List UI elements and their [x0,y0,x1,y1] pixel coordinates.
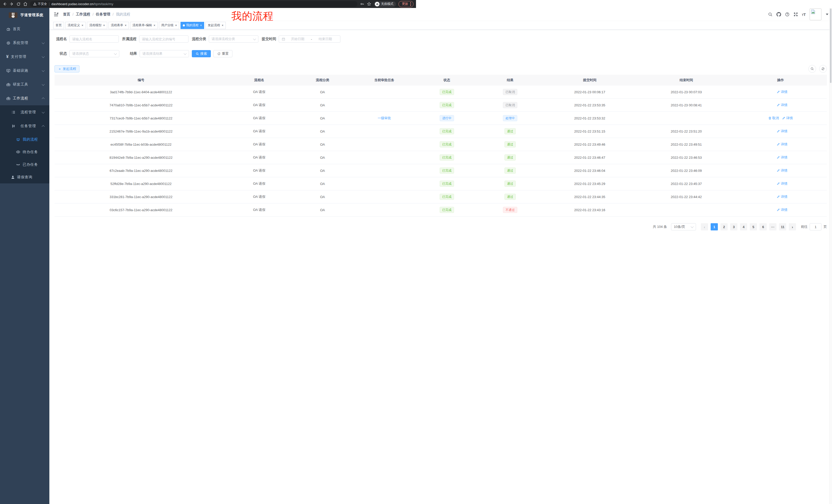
sidebar-item-system[interactable]: 系统管理 [0,36,49,50]
current-task-link[interactable]: 一级审批 [378,116,391,120]
filter-row-2: 状态 请选择状态 结果 请选择流结果 搜索 重置 [54,50,416,57]
process-id: 67c2eaab-7b9a-11ec-a290-acde48001122 [54,164,228,177]
sidebar-menu: 首页 系统管理 ¥ 支付管理 基础设施 研发工具 [0,22,49,184]
security-chip[interactable]: 不安全 [33,2,47,6]
app-logo: 芋道管理系统 [0,8,49,22]
bookmark-star-icon[interactable] [367,2,371,6]
incognito-badge: 无痕模式 [374,1,396,7]
table-row: 331bc281-7b9a-11ec-a290-acde48001122 OA … [54,190,416,203]
process-name-input[interactable] [70,35,119,43]
process-table: 编号 流程名 流程分类 当前审批任务 状态 结果 提交时间 结束时间 操作 3a… [54,75,416,217]
breadcrumb: 首页 / 工作流程 / 任务管理 / 我的流程 [63,12,130,17]
sidebar-item-process-management[interactable]: 流程管理 [0,105,49,119]
column-header: 流程分类 [291,75,354,86]
home-icon[interactable] [23,2,27,6]
search-button[interactable]: 搜索 [192,50,211,57]
tab-process-definition[interactable]: 流程定义× [65,22,86,29]
filter-row-1: 流程名 所属流程 流程分类 请选择流程分类 提交时间 开始日期 - [54,35,416,43]
security-label: 不安全 [38,2,47,6]
sidebar-item-workflow[interactable]: 工作流程 [0,91,49,105]
workflow-submenu: 流程管理 任务管理 我的流程 待办任务 已办 [0,105,49,184]
end-date-placeholder: 结束日期 [313,37,338,41]
sidebar-item-leave-query[interactable]: 请假查询 [0,171,49,184]
submit-time-range-picker[interactable]: 开始日期 - 结束日期 [279,35,340,43]
category-select[interactable]: 请选择流程分类 [209,35,258,43]
submit-time-label: 提交时间 [261,37,276,41]
yen-icon: ¥ [6,55,8,59]
breadcrumb-task-management[interactable]: 任务管理 [96,12,110,17]
close-icon[interactable]: × [175,24,177,27]
reset-button[interactable]: 重置 [213,50,232,57]
chevron-up-icon [42,97,45,100]
page-content: 流程名 所属流程 流程分类 请选择流程分类 提交时间 开始日期 - [49,30,416,252]
eye-closed-icon [16,162,20,167]
table-toolbar: ＋ 发起流程 [54,65,416,73]
tree-node-icon [11,124,16,128]
update-button[interactable]: 更新 [398,1,413,7]
process-id: 3ad174fb-7b9d-11ec-8404-acde48001122 [54,86,228,99]
tab-process-model[interactable]: 流程模型× [87,22,107,29]
top-navbar: 首页 / 工作流程 / 任务管理 / 我的流程 我的流程 TT [49,8,416,21]
chevron-down-icon [42,69,45,72]
app-title: 芋道管理系统 [20,13,44,18]
hamburger-fold-icon[interactable] [53,12,59,17]
close-icon[interactable]: × [222,24,224,27]
parent-process-input[interactable] [139,35,188,43]
gear-icon [6,41,10,45]
table-row: 2152467e-7b9b-11ec-9a1b-acde48001122 OA … [54,125,416,138]
reload-icon[interactable] [17,2,21,6]
back-icon[interactable] [3,2,7,6]
sidebar: 芋道管理系统 首页 系统管理 ¥ 支付管理 基础设施 [0,8,49,252]
tab-my-process[interactable]: 我的流程× [181,22,204,29]
process-id: 2152467e-7b9b-11ec-9a1b-acde48001122 [54,125,228,138]
sidebar-item-my-process[interactable]: 我的流程 [0,133,49,146]
chevron-down-icon [42,55,45,58]
table-header-row: 编号 流程名 流程分类 当前审批任务 状态 结果 提交时间 结束时间 操作 [54,75,416,86]
breadcrumb-home[interactable]: 首页 [63,12,70,17]
sidebar-item-done-tasks[interactable]: 已办任务 [0,158,49,171]
breadcrumb-workflow[interactable]: 工作流程 [76,12,90,17]
close-icon[interactable]: × [103,24,105,27]
toolbox-icon [6,82,10,87]
sidebar-item-payment[interactable]: ¥ 支付管理 [0,50,49,64]
tab-home[interactable]: 首页× [53,22,64,29]
sidebar-item-task-management[interactable]: 任务管理 [0,119,49,133]
plus-icon: ＋ [58,67,61,71]
kebab-menu-icon[interactable] [410,2,411,6]
tab-process-form[interactable]: 流程表单× [108,22,129,29]
column-header: 当前审批任务 [354,75,414,86]
start-process-button[interactable]: ＋ 发起流程 [54,65,79,73]
incognito-icon [375,2,379,6]
result-select[interactable]: 请选择流结果 [139,50,189,57]
divider [49,2,49,6]
toolbox-icon [6,96,10,101]
process-id: 819442e8-7b9a-11ec-a290-acde48001122 [54,151,228,164]
user-icon [11,175,15,179]
tab-user-group[interactable]: 用户分组× [159,22,179,29]
sidebar-item-devtools[interactable]: 研发工具 [0,78,49,91]
close-icon[interactable]: × [154,24,155,27]
sidebar-item-home[interactable]: 首页 [0,22,49,36]
sidebar-item-todo-tasks[interactable]: 待办任务 [0,146,49,158]
table-row: 819442e8-7b9a-11ec-a290-acde48001122 OA … [54,151,416,164]
close-icon[interactable]: × [200,24,202,27]
key-icon[interactable] [360,2,364,6]
tabs-bar: 首页× 流程定义× 流程模型× 流程表单× 流程表单-编辑× 用户分组× 我的流… [49,21,416,30]
chevron-down-icon [42,83,45,86]
close-icon[interactable]: × [81,24,83,27]
table-row: 52ffd28e-7b9a-11ec-a290-acde48001122 OA … [54,177,416,190]
tab-process-form-edit[interactable]: 流程表单-编辑× [130,22,158,29]
status-select[interactable]: 请选择状态 [70,50,119,57]
calendar-icon [282,37,285,41]
chevron-up-icon [42,125,45,128]
process-name-label: 流程名 [54,37,67,41]
close-icon[interactable]: × [125,24,127,27]
chevron-down-icon [42,110,45,113]
update-label: 更新 [402,2,408,6]
forward-icon[interactable] [9,2,14,6]
address-bar[interactable]: 不安全 dashboard.yudao.iocoder.cn/bpm/task/… [30,1,357,7]
sidebar-item-infrastructure[interactable]: 基础设施 [0,64,49,78]
pagination: 共 104 条 10条/页 ‹ 1 2 3 4 5 6 ··· 11 › 前往 … [54,223,416,230]
annotation-overlay-text: 我的流程 [231,9,274,23]
tab-start-process[interactable]: 发起流程× [205,22,226,29]
